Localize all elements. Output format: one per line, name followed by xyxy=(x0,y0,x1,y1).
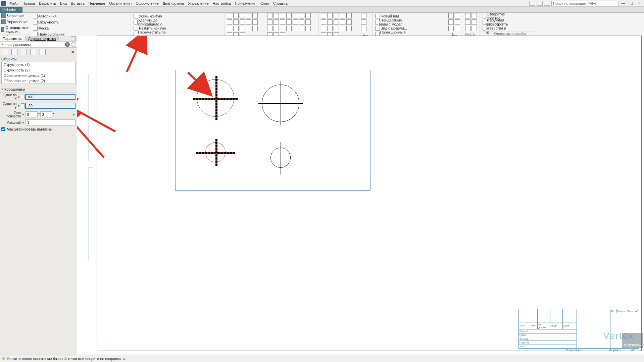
rotation-min-input[interactable] xyxy=(40,111,52,117)
menu-Файл[interactable]: Файл xyxy=(7,1,20,6)
rotation-more-dropdown[interactable]: ▾ xyxy=(72,112,76,117)
dim-icon-8[interactable] xyxy=(246,19,251,25)
pin-button[interactable] xyxy=(71,42,76,47)
dim-icon-4[interactable] xyxy=(252,13,258,18)
menu-Управление[interactable]: Управление xyxy=(186,1,210,6)
rotation-dropdown[interactable]: ▾ xyxy=(21,112,25,117)
mode-icon-4[interactable] xyxy=(30,49,36,55)
dim-icon-14[interactable] xyxy=(252,26,258,31)
mark-icon-10[interactable] xyxy=(286,19,292,25)
tools-icon-0[interactable] xyxy=(465,13,470,18)
scale-input[interactable] xyxy=(26,119,76,125)
minimize-button[interactable]: — xyxy=(620,1,627,6)
object-item[interactable]: Обозначение центра (2) xyxy=(2,78,75,84)
panel-gear-icon[interactable] xyxy=(71,36,76,41)
mark-icon-12[interactable] xyxy=(299,19,304,25)
mark-icon-8[interactable] xyxy=(274,19,279,25)
dim-icon-7[interactable] xyxy=(240,19,245,25)
mark-icon-17[interactable] xyxy=(286,26,292,31)
close-button[interactable]: ✕ xyxy=(636,1,643,6)
dim-icon-2[interactable] xyxy=(240,13,245,18)
dim-icon-9[interactable] xyxy=(252,19,258,25)
tools-icon-1[interactable] xyxy=(472,13,477,18)
dim-icon-6[interactable] xyxy=(233,19,239,25)
mark-icon-14[interactable] xyxy=(267,26,273,31)
menu-Справка[interactable]: Справка xyxy=(271,1,290,6)
subscription-badge[interactable]: ПОДПИСКА xyxy=(622,333,643,348)
menu-Выделить[interactable]: Выделить xyxy=(37,1,58,6)
insert-icon-4[interactable] xyxy=(448,26,454,31)
mark-icon-6[interactable] xyxy=(305,13,311,18)
panel-toggle-3[interactable] xyxy=(544,1,550,6)
mark-icon-16[interactable] xyxy=(280,26,285,31)
constr-icon-10[interactable] xyxy=(321,26,326,31)
dim-icon-0[interactable] xyxy=(227,13,232,18)
tool-Автолиния[interactable]: Автолиния xyxy=(32,13,81,19)
constr-icon-13[interactable] xyxy=(340,26,345,31)
diag-icon-0[interactable] xyxy=(361,13,366,18)
constr-icon-4[interactable] xyxy=(346,13,352,18)
mark-icon-15[interactable] xyxy=(274,26,279,31)
mode-icon-1[interactable] xyxy=(2,49,8,55)
panel-toggle-1[interactable] xyxy=(529,1,535,6)
mark-icon-2[interactable] xyxy=(280,13,285,18)
objects-link[interactable]: Объекты xyxy=(1,57,16,61)
insert-icon-0[interactable] xyxy=(448,13,454,18)
shift-y-dropdown[interactable]: ▾ xyxy=(17,104,20,108)
panel-tab-parameters[interactable]: Параметры xyxy=(0,36,26,41)
document-tab[interactable]: 4.cdw × xyxy=(0,7,22,13)
menu-Правка[interactable]: Правка xyxy=(20,1,37,6)
dim-icon-10[interactable] xyxy=(227,26,232,31)
constr-icon-14[interactable] xyxy=(346,26,352,31)
ctx-Управление[interactable]: Управление xyxy=(0,19,30,25)
shift-y-input[interactable] xyxy=(25,103,76,109)
tools-icon-2[interactable] xyxy=(465,19,470,25)
drawing-sheet[interactable]: ЛитМассаМасштаб ИзмЛист№ докумПодпДата Р… xyxy=(97,36,642,351)
tool-Окружность[interactable]: Окружность xyxy=(32,19,81,25)
mark-icon-13[interactable] xyxy=(305,19,311,25)
constr-icon-0[interactable] xyxy=(321,13,326,18)
scale-leader-checkbox[interactable] xyxy=(1,127,5,131)
mark-icon-9[interactable] xyxy=(280,19,285,25)
menu-Ограничения[interactable]: Ограничения xyxy=(107,1,134,6)
mark-icon-4[interactable] xyxy=(293,13,298,18)
dim-icon-11[interactable] xyxy=(233,26,239,31)
constr-icon-9[interactable] xyxy=(346,19,352,25)
shift-x-dropdown[interactable]: ▾ xyxy=(17,95,20,99)
tool-Стандартные виды с модел...[interactable]: Стандартные виды с модел... xyxy=(375,19,409,25)
insert-icon-3[interactable] xyxy=(455,19,460,25)
ctx-Стандартные изделия[interactable]: Стандартные изделия xyxy=(0,25,30,34)
menu-Вставка[interactable]: Вставка xyxy=(69,1,87,6)
constr-icon-6[interactable] xyxy=(327,19,333,25)
object-item[interactable]: Обозначение центра (1) xyxy=(2,73,75,78)
mode-icon-2[interactable] xyxy=(11,49,17,55)
mark-icon-1[interactable] xyxy=(274,13,279,18)
insert-icon-5[interactable] xyxy=(455,26,460,31)
dim-icon-5[interactable] xyxy=(227,19,232,25)
dim-icon-13[interactable] xyxy=(246,26,251,31)
tool-Фаска[interactable]: Фаска xyxy=(32,25,81,31)
insert-icon-2[interactable] xyxy=(448,19,454,25)
shift-x-lock-icon[interactable] xyxy=(21,95,24,99)
mark-icon-19[interactable] xyxy=(299,26,304,31)
constr-icon-3[interactable] xyxy=(340,13,345,18)
object-item[interactable]: Окружность (2) xyxy=(2,67,75,73)
insert-icon-1[interactable] xyxy=(455,13,460,18)
menu-Вид[interactable]: Вид xyxy=(58,1,69,6)
constr-icon-12[interactable] xyxy=(334,26,339,31)
tools-icon-3[interactable] xyxy=(472,19,477,25)
shift-x-input[interactable] xyxy=(25,94,76,100)
coords-section-header[interactable]: ▾ Координаты xyxy=(0,86,77,93)
command-search-input[interactable] xyxy=(551,1,618,6)
constr-icon-11[interactable] xyxy=(327,26,333,31)
constr-icon-2[interactable] xyxy=(334,13,339,18)
shift-y-lock-icon[interactable] xyxy=(21,103,24,108)
mark-icon-3[interactable] xyxy=(286,13,292,18)
mark-icon-5[interactable] xyxy=(299,13,304,18)
menu-Диагностика[interactable]: Диагностика xyxy=(161,1,186,6)
diag-icon-1[interactable] xyxy=(361,19,366,25)
diag-icon-2[interactable] xyxy=(361,26,366,31)
scale-dropdown[interactable]: ▾ xyxy=(21,120,25,125)
panel-toggle-2[interactable] xyxy=(537,1,543,6)
panel-tab-tree[interactable]: Дерево чертежа xyxy=(26,36,59,41)
